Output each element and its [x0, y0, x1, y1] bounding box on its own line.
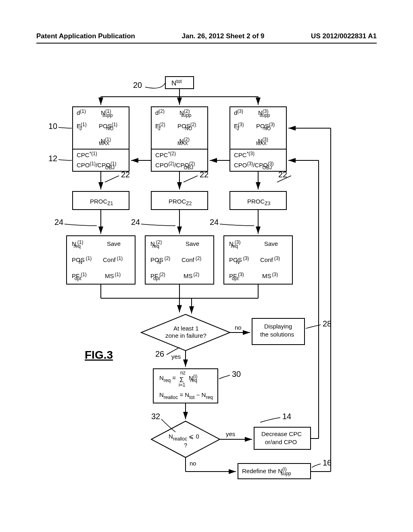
ref-24b: 24: [131, 218, 140, 227]
svg-text:nz: nz: [180, 370, 186, 376]
svg-text:N(2)MAX: N(2)MAX: [177, 137, 190, 146]
ref-22c: 22: [278, 170, 287, 179]
svg-text:?: ?: [184, 442, 187, 449]
svg-text:yes: yes: [171, 353, 181, 360]
svg-text:Save: Save: [186, 240, 199, 247]
svg-text:Save: Save: [264, 240, 278, 247]
svg-text:N(i)req: N(i)req: [189, 374, 198, 383]
header-center: Jan. 26, 2012 Sheet 2 of 9: [182, 32, 265, 40]
page-header: Patent Application Publication Jan. 26, …: [0, 32, 413, 44]
ref-10: 10: [48, 122, 57, 131]
ref-22a: 22: [121, 170, 130, 179]
svg-text:or/and CPO: or/and CPO: [265, 438, 297, 445]
ref-32: 32: [151, 412, 160, 421]
svg-text:no: no: [190, 460, 196, 467]
ref-12: 12: [48, 154, 57, 163]
svg-text:N(1)MAX: N(1)MAX: [99, 137, 111, 146]
header-left: Patent Application Publication: [36, 32, 135, 40]
ref-28: 28: [323, 319, 332, 328]
ref-24c: 24: [210, 218, 219, 227]
ref-24a: 24: [54, 218, 63, 227]
svg-text:zone in failure?: zone in failure?: [165, 332, 206, 339]
svg-text:N(1)supp: N(1)supp: [101, 108, 113, 118]
svg-text:N(3)supp: N(3)supp: [258, 108, 270, 118]
figure-label: FIG.3: [85, 349, 113, 361]
svg-text:N(2)supp: N(2)supp: [179, 108, 192, 118]
ref-26: 26: [155, 349, 164, 358]
svg-text:yes: yes: [226, 430, 235, 437]
ref-30: 30: [232, 370, 241, 378]
svg-text:Displaying: Displaying: [264, 323, 292, 330]
header-right: US 2012/0022831 A1: [311, 32, 377, 40]
flowchart-diagram: Ntot 20 d(1) N(1)supp E(1)J POS(1)NO N(1…: [0, 60, 413, 532]
svg-text:the solutions: the solutions: [260, 331, 294, 338]
ref-22b: 22: [200, 170, 209, 179]
svg-text:Decrease CPC: Decrease CPC: [261, 430, 302, 437]
svg-text:no: no: [235, 324, 242, 331]
svg-text:N(3)MAX: N(3)MAX: [256, 137, 268, 146]
svg-text:i=1: i=1: [179, 382, 186, 388]
svg-text:Save: Save: [107, 240, 121, 247]
ref-14: 14: [282, 412, 291, 421]
ref-16: 16: [323, 458, 332, 467]
ref-20: 20: [133, 81, 142, 89]
svg-text:At least 1: At least 1: [173, 325, 199, 332]
